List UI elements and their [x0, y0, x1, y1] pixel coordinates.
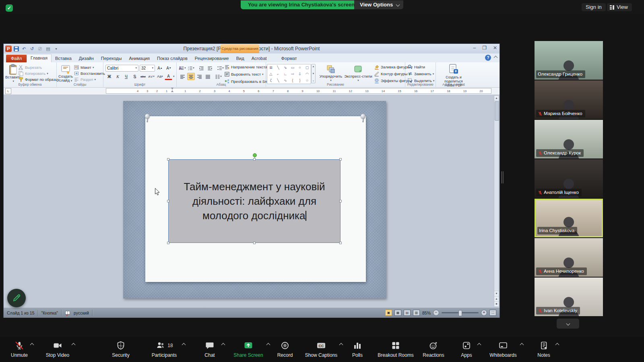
scrollbar-thumb[interactable]: [495, 101, 499, 121]
shape-icon[interactable]: ○: [299, 66, 301, 70]
whiteboards-options-chevron[interactable]: [520, 343, 524, 347]
horizontal-ruler[interactable]: 4321 1234567891011121314151617181920: [106, 88, 491, 94]
line-spacing-button[interactable]: ▾: [217, 64, 224, 72]
zoom-out-button[interactable]: −: [433, 310, 439, 316]
normal-view-button[interactable]: ▣: [385, 310, 392, 316]
ribbon-tab[interactable]: Анимация: [125, 55, 153, 62]
chat-button[interactable]: Chat: [194, 338, 226, 361]
shape-icon[interactable]: ∟: [284, 72, 287, 76]
title-text-box[interactable]: Тайм-менеджмент у науковій діяльності: л…: [168, 159, 341, 243]
whiteboards-button[interactable]: Whiteboards: [481, 338, 525, 361]
font-color-button[interactable]: А: [165, 73, 172, 80]
change-case-button[interactable]: Aa▾: [156, 73, 164, 80]
participant-tile[interactable]: Анна Нечипоренко: [535, 238, 603, 277]
indent-marker[interactable]: [171, 88, 174, 94]
mic-options-chevron[interactable]: [30, 343, 34, 347]
replace-button[interactable]: Заменить▾: [407, 71, 434, 77]
underline-button[interactable]: Ч: [122, 73, 130, 80]
fit-to-window-button[interactable]: ⛶: [489, 310, 496, 316]
ribbon-tab[interactable]: Вставка: [52, 55, 75, 62]
font-color-arrow[interactable]: ▾: [173, 75, 175, 78]
restore-button[interactable]: ❐: [482, 45, 487, 51]
view-layout-button[interactable]: View: [607, 3, 632, 11]
scroll-up-button[interactable]: ▲: [494, 96, 499, 101]
shape-icon[interactable]: ◠: [305, 72, 309, 76]
arrange-button[interactable]: Упорядочить▾: [318, 64, 343, 82]
zoom-in-button[interactable]: +: [481, 310, 487, 316]
italic-button[interactable]: К: [114, 73, 122, 80]
participant-tile[interactable]: Олександр Гриценко: [535, 41, 603, 80]
increase-indent-button[interactable]: [206, 64, 214, 72]
collapse-ribbon-icon[interactable]: [494, 56, 498, 60]
notes-button[interactable]: Notes: [528, 338, 560, 361]
slide-editing-canvas[interactable]: Тайм-менеджмент у науковій діяльності: л…: [4, 95, 500, 308]
resize-handle[interactable]: [253, 158, 256, 160]
resize-handle[interactable]: [339, 200, 342, 202]
new-slide-button[interactable]: Создать слайд ▾: [58, 64, 73, 83]
resize-handle[interactable]: [339, 242, 342, 244]
font-size-combo[interactable]: 32▾: [140, 65, 155, 72]
apps-button[interactable]: Apps: [450, 338, 483, 361]
shape-icon[interactable]: }: [299, 79, 300, 82]
slide-sorter-button[interactable]: ▦: [394, 310, 401, 316]
security-button[interactable]: Security: [103, 338, 139, 361]
bullets-button[interactable]: ▾: [179, 64, 186, 72]
quick-styles-button[interactable]: Экспресс-стили▾: [344, 64, 372, 82]
columns-button[interactable]: ▾: [215, 73, 222, 80]
shape-icon[interactable]: ζ: [270, 79, 272, 82]
shape-icon[interactable]: ▭: [291, 66, 295, 70]
stop-video-button[interactable]: Stop Video: [37, 338, 78, 361]
theme-name[interactable]: "Кнопка": [41, 311, 58, 315]
share-screen-button[interactable]: Share Screen: [224, 338, 272, 361]
language-indicator[interactable]: русский: [74, 311, 89, 315]
resize-handle[interactable]: [253, 242, 256, 244]
apps-options-chevron[interactable]: [477, 343, 481, 347]
shape-icon[interactable]: ╲: [277, 79, 279, 82]
shape-icon[interactable]: △: [270, 72, 272, 76]
tab-stop-selector[interactable]: L: [5, 88, 11, 94]
ribbon-tab[interactable]: Главная: [27, 54, 52, 62]
participant-tile[interactable]: Irina Chystiakova: [535, 199, 603, 237]
slide[interactable]: Тайм-менеджмент у науковій діяльності: л…: [123, 101, 386, 298]
unmute-button[interactable]: Unmute: [3, 338, 35, 361]
previous-slide-button[interactable]: ▲▲: [494, 296, 499, 301]
text-shadow-button[interactable]: S: [131, 73, 138, 80]
zoom-slider-thumb[interactable]: [458, 310, 462, 316]
character-spacing-button[interactable]: AV▾: [148, 73, 155, 80]
resize-handle[interactable]: [167, 200, 169, 202]
ribbon-tab[interactable]: Дизайн: [75, 55, 97, 62]
annotation-tools-button[interactable]: [7, 289, 26, 307]
shape-icon[interactable]: ⌐: [277, 72, 279, 76]
canvas-scrollbar[interactable]: ▲ ▼ ▲▲ ▼▼: [494, 95, 499, 307]
show-captions-button[interactable]: Show Captions: [297, 338, 345, 361]
participant-tile[interactable]: Ivan Kotelevskiy: [535, 278, 603, 316]
reset-button[interactable]: Восстановить: [74, 70, 105, 76]
help-icon[interactable]: ?: [485, 55, 491, 61]
justify-button[interactable]: [204, 73, 212, 80]
slide-counter[interactable]: Слайд 1 из 15: [7, 311, 35, 315]
shape-icon[interactable]: ⇩: [298, 72, 301, 76]
find-button[interactable]: Найти: [407, 64, 434, 70]
scroll-down-button[interactable]: ▼: [494, 291, 499, 296]
reactions-button[interactable]: Reactions: [415, 338, 452, 361]
more-participants-button[interactable]: [557, 319, 579, 329]
ribbon-tab[interactable]: Показ слайдов: [153, 55, 191, 62]
align-right-button[interactable]: [196, 73, 203, 80]
close-button[interactable]: ✕: [493, 45, 497, 51]
format-painter-button[interactable]: Формат по образцу: [18, 76, 59, 82]
bold-button[interactable]: Ж: [105, 73, 113, 80]
video-options-chevron[interactable]: [72, 343, 76, 347]
ribbon-tab[interactable]: Файл: [6, 55, 27, 62]
ribbon-tab[interactable]: Acrobat: [248, 55, 270, 62]
rotate-handle[interactable]: [253, 153, 257, 157]
grow-font-button[interactable]: A▲: [156, 64, 164, 72]
zoom-level[interactable]: 85%: [422, 311, 431, 315]
shapes-gallery[interactable]: ⊞╲⇘▭○▢△⌐∟⇨⇩◠ζ╲∿{}☆: [267, 64, 311, 84]
numbering-button[interactable]: ▾: [187, 64, 195, 72]
participant-tile[interactable]: Марина Бойченко: [535, 80, 603, 119]
resize-handle[interactable]: [167, 158, 169, 160]
participants-options-chevron[interactable]: [182, 343, 186, 347]
notes-options-chevron[interactable]: [555, 343, 559, 347]
font-family-combo[interactable]: Calibri▾: [105, 65, 138, 72]
breakout-rooms-button[interactable]: Breakout Rooms: [369, 338, 422, 361]
